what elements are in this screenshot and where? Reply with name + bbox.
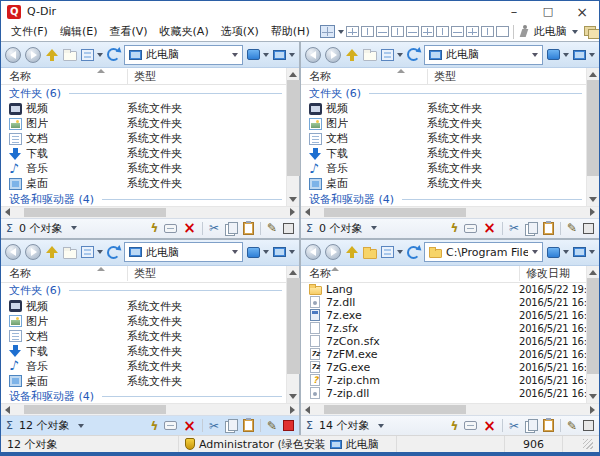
layout-option-6[interactable]	[421, 26, 434, 37]
layout-grid-icon[interactable]	[320, 25, 335, 38]
list-item[interactable]: 7zFM.exe2016/5/21 16:2	[301, 348, 586, 361]
address-dropdown-icon[interactable]	[532, 250, 538, 254]
paste-button[interactable]	[243, 419, 254, 432]
scrollbar-thumb[interactable]	[287, 278, 300, 374]
count-dropdown-icon[interactable]	[78, 424, 84, 428]
view-style-button[interactable]	[247, 49, 269, 60]
column-type[interactable]: 类型	[127, 69, 286, 84]
actions-button[interactable]	[450, 221, 458, 235]
views-button[interactable]	[381, 246, 403, 258]
column-name[interactable]: 名称	[301, 69, 427, 84]
list-item[interactable]: Lang2016/5/22 19:1	[301, 283, 586, 296]
minimize-button[interactable]	[497, 1, 531, 22]
forward-button[interactable]	[25, 47, 41, 63]
refresh-button[interactable]	[107, 48, 120, 61]
layout-dropdown-icon[interactable]	[338, 30, 344, 34]
menu-favorites[interactable]: 收藏夹(A)	[154, 24, 215, 39]
list-item[interactable]: 音乐系统文件夹	[1, 359, 286, 374]
sum-icon[interactable]	[306, 419, 313, 432]
views-button[interactable]	[381, 49, 403, 61]
address-dropdown-icon[interactable]	[232, 53, 238, 57]
horizontal-scrollbar[interactable]	[301, 206, 599, 218]
menu-edit[interactable]: 编辑(E)	[54, 24, 104, 39]
sum-icon[interactable]	[6, 222, 13, 235]
list-item[interactable]: 音乐系统文件夹	[301, 161, 586, 176]
column-headers[interactable]: 名称 类型	[1, 266, 286, 283]
list-item[interactable]: 7z.dll2016/5/21 16:3	[301, 296, 586, 309]
layout-option-4[interactable]	[391, 26, 404, 37]
menu-view[interactable]: 查看(V)	[103, 24, 153, 39]
back-button[interactable]	[5, 244, 21, 260]
computer-menu-button[interactable]	[273, 50, 295, 60]
folder-button[interactable]	[363, 51, 377, 61]
paste-button[interactable]	[543, 222, 554, 235]
pane-indicator-button[interactable]	[283, 420, 294, 431]
column-name[interactable]: 名称	[1, 266, 127, 281]
scrollbar-thumb[interactable]	[587, 278, 600, 374]
list-item[interactable]: 7z.sfx2016/5/21 16:4	[301, 322, 586, 335]
list-item[interactable]: 桌面系统文件夹	[1, 176, 286, 191]
group-header-folders[interactable]: 文件夹 (6)	[301, 85, 586, 101]
group-header-folders[interactable]: 文件夹 (6)	[1, 283, 286, 299]
count-dropdown-icon[interactable]	[71, 226, 77, 230]
group-header-devices[interactable]: 设备和驱动器 (4)	[1, 191, 286, 206]
cut-button[interactable]	[509, 419, 519, 433]
folder-button[interactable]	[63, 249, 77, 259]
folder-button[interactable]	[63, 51, 77, 61]
layout-option-10[interactable]	[481, 26, 494, 37]
vertical-scrollbar[interactable]	[586, 68, 599, 206]
computer-menu-button[interactable]	[573, 50, 595, 60]
folder-button[interactable]	[363, 249, 377, 259]
refresh-button[interactable]	[407, 48, 420, 61]
list-item[interactable]: 7z.exe2016/5/21 16:1	[301, 309, 586, 322]
view-style-button[interactable]	[547, 49, 569, 60]
group-header-devices[interactable]: 设备和驱动器 (4)	[1, 389, 286, 404]
refresh-button[interactable]	[407, 246, 420, 259]
layout-option-2[interactable]	[361, 26, 374, 37]
address-dropdown-icon[interactable]	[532, 53, 538, 57]
list-item[interactable]: 音乐系统文件夹	[1, 161, 286, 176]
forward-button[interactable]	[325, 47, 341, 63]
layout-option-9[interactable]	[466, 26, 479, 37]
cut-button[interactable]	[209, 419, 219, 433]
sum-icon[interactable]	[6, 419, 13, 432]
list-item[interactable]: 图片系统文件夹	[1, 116, 286, 131]
copy-button[interactable]	[525, 222, 537, 235]
edit-button[interactable]	[567, 419, 577, 433]
address-combobox[interactable]: 此电脑	[124, 45, 243, 65]
copy-folders-icon[interactable]	[584, 26, 599, 38]
layout-option-7[interactable]	[436, 26, 449, 37]
count-dropdown-icon[interactable]	[378, 424, 384, 428]
list-item[interactable]: 7-zip.dll2016/5/21 16:1	[301, 387, 586, 400]
refresh-button[interactable]	[107, 246, 120, 259]
view-style-button[interactable]	[247, 247, 269, 258]
list-item[interactable]: 下载系统文件夹	[1, 146, 286, 161]
list-item[interactable]: 文档系统文件夹	[1, 131, 286, 146]
vertical-scrollbar[interactable]	[286, 266, 299, 404]
scrollbar-thumb[interactable]	[287, 80, 300, 176]
column-date[interactable]: 修改日期	[519, 266, 586, 281]
rename-button[interactable]	[164, 224, 177, 233]
vertical-scrollbar[interactable]	[586, 266, 599, 404]
address-combobox[interactable]: 此电脑	[124, 242, 243, 262]
scrollbar-thumb[interactable]	[24, 405, 166, 414]
address-combobox[interactable]: C:\Program Files\7-Zip	[424, 242, 543, 262]
address-combobox[interactable]: 此电脑	[424, 45, 543, 65]
paste-button[interactable]	[543, 419, 554, 432]
group-header-folders[interactable]: 文件夹 (6)	[1, 85, 286, 101]
profile-label[interactable]: 此电脑	[534, 24, 567, 39]
scrollbar-thumb[interactable]	[24, 208, 166, 217]
count-dropdown-icon[interactable]	[371, 226, 377, 230]
delete-button[interactable]	[483, 419, 496, 433]
list-item[interactable]: 7zCon.sfx2016/5/21 16:4	[301, 335, 586, 348]
horizontal-scrollbar[interactable]	[1, 403, 299, 415]
list-item[interactable]: 下载系统文件夹	[301, 146, 586, 161]
title-bar[interactable]: Q-Dir	[1, 1, 599, 22]
views-button[interactable]	[81, 246, 103, 258]
copy-button[interactable]	[225, 419, 237, 432]
copy-button[interactable]	[225, 222, 237, 235]
menu-help[interactable]: 帮助(H)	[265, 24, 316, 39]
scrollbar-thumb[interactable]	[324, 208, 466, 217]
column-headers[interactable]: 名称 类型	[301, 68, 586, 85]
rename-button[interactable]	[164, 421, 177, 430]
